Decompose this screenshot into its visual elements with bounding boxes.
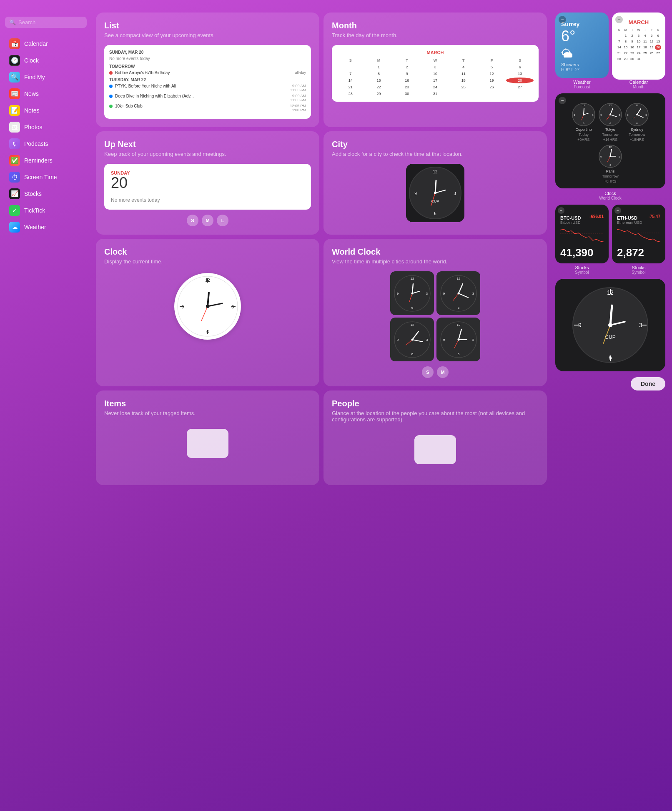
right-cal-day-cell[interactable]: 24 — [636, 50, 642, 56]
cal-day-cell[interactable]: 23 — [393, 84, 421, 90]
cal-day-cell[interactable]: 22 — [365, 84, 393, 90]
sidebar-item-findmy[interactable]: 🔍 Find My — [3, 69, 89, 85]
right-cal-day-cell[interactable]: 4 — [642, 33, 648, 38]
right-cal-day-cell[interactable]: 5 — [649, 33, 655, 38]
right-cal-day-cell[interactable]: 10 — [636, 39, 642, 44]
right-cal-day-cell[interactable]: 27 — [655, 50, 661, 56]
calendar-mini-widget[interactable]: − MARCH SMTWTFS1234567891011121314151617… — [612, 13, 665, 80]
eth-widget[interactable]: − ETH-USD -75.47 Ethereum USD 2,872 — [612, 205, 665, 263]
right-cal-day-cell[interactable]: 18 — [642, 45, 648, 50]
right-cal-day-cell[interactable]: 30 — [629, 56, 635, 62]
cal-day-cell[interactable]: 6 — [506, 64, 534, 70]
cal-day-cell[interactable]: 21 — [337, 84, 364, 90]
cal-day-cell[interactable]: 24 — [421, 84, 449, 90]
sidebar-item-podcasts[interactable]: 🎙 Podcasts — [3, 135, 89, 152]
cal-day-cell[interactable]: 10 — [421, 71, 449, 77]
right-cal-day-cell[interactable]: 23 — [629, 50, 635, 56]
right-cal-day-cell[interactable]: 26 — [649, 50, 655, 56]
right-cal-day-cell[interactable]: 8 — [623, 39, 629, 44]
widget-world-clock[interactable]: World Clock View the time in multiple ci… — [323, 239, 547, 386]
cal-day-cell[interactable]: 19 — [478, 78, 506, 83]
right-cal-day-cell[interactable]: 29 — [623, 56, 629, 62]
btc-widget[interactable]: − BTC-USD -696.01 Bitcoin USD 41,390 — [555, 205, 609, 263]
cal-day-cell[interactable]: 7 — [337, 71, 364, 77]
right-cal-day-cell[interactable]: 6 — [655, 33, 661, 38]
cal-day-cell[interactable]: 26 — [478, 84, 506, 90]
eth-minus-btn[interactable]: − — [614, 207, 621, 214]
wc-right-widget[interactable]: − 12 3 6 9 Cupertino — [555, 93, 665, 188]
search-bar[interactable]: 🔍 Search — [5, 17, 87, 28]
right-cal-day-cell[interactable]: 3 — [636, 33, 642, 38]
sidebar-item-reminders[interactable]: ✅ Reminders — [3, 152, 89, 169]
cal-day-cell[interactable]: 3 — [421, 64, 449, 70]
right-cal-day-cell[interactable]: 19 — [649, 45, 655, 50]
cal-day-cell[interactable]: 2 — [393, 64, 421, 70]
done-button[interactable]: Done — [631, 377, 665, 390]
cal-day-cell[interactable]: 11 — [450, 71, 477, 77]
cal-day-cell[interactable]: 17 — [421, 78, 449, 83]
sidebar-item-notes[interactable]: 📝 Notes — [3, 102, 89, 119]
btc-minus-btn[interactable]: − — [558, 207, 564, 214]
cal-day-cell[interactable]: 25 — [450, 84, 477, 90]
right-cal-day-cell[interactable]: 15 — [623, 45, 629, 50]
widget-list[interactable]: List See a compact view of your upcoming… — [96, 13, 319, 127]
right-cal-day-cell[interactable]: 17 — [636, 45, 642, 50]
right-cal-day-cell[interactable]: 2 — [629, 33, 635, 38]
cal-day-cell[interactable]: 12 — [478, 71, 506, 77]
right-cal-day-cell[interactable]: 1 — [623, 33, 629, 38]
wc-size-m[interactable]: M — [437, 366, 449, 378]
cal-day-cell[interactable]: 18 — [450, 78, 477, 83]
cal-day-cell[interactable]: 27 — [506, 84, 534, 90]
cal-day-cell[interactable]: 31 — [421, 91, 449, 97]
widget-month[interactable]: Month Track the day of the month. MARCH … — [323, 13, 547, 127]
sidebar-item-ticktick[interactable]: ✓ TickTick — [3, 202, 89, 219]
sidebar-item-clock[interactable]: 🕐 Clock — [3, 52, 89, 69]
widget-items[interactable]: Items Never lose track of your tagged it… — [96, 390, 319, 485]
sidebar-item-calendar[interactable]: 📅 Calendar — [3, 35, 89, 52]
right-cal-day-cell[interactable]: 28 — [616, 56, 622, 62]
right-cal-day-cell[interactable]: 22 — [623, 50, 629, 56]
cal-day-cell[interactable]: 9 — [393, 71, 421, 77]
widget-city[interactable]: City Add a clock for a city to check the… — [323, 131, 547, 235]
cal-day-cell[interactable]: 15 — [365, 78, 393, 83]
weather-widget[interactable]: − Surrey 6° 🌥 Showers H:8° L:2° — [555, 13, 609, 78]
widget-up-next[interactable]: Up Next Keep track of your upcoming even… — [96, 131, 319, 235]
sidebar-item-screentime[interactable]: ⏱ Screen Time — [3, 169, 89, 185]
cal-day-cell[interactable]: 8 — [365, 71, 393, 77]
weather-minus-btn[interactable]: − — [559, 16, 566, 23]
cal-day-cell[interactable]: 4 — [450, 64, 477, 70]
right-cal-day-cell[interactable]: 7 — [616, 39, 622, 44]
cal-day-cell[interactable]: 30 — [393, 91, 421, 97]
cal-day-cell[interactable]: 13 — [506, 71, 534, 77]
sidebar-item-stocks[interactable]: 📈 Stocks — [3, 185, 89, 202]
right-cal-day-cell[interactable]: 25 — [642, 50, 648, 56]
right-cal-day-cell[interactable]: 11 — [642, 39, 648, 44]
cal-day-cell[interactable]: 16 — [393, 78, 421, 83]
right-cal-day-cell[interactable]: 31 — [636, 56, 642, 62]
wc-size-s[interactable]: S — [422, 366, 434, 378]
sidebar-item-news[interactable]: 📰 News — [3, 85, 89, 102]
size-btn-l[interactable]: L — [217, 215, 228, 226]
size-btn-s[interactable]: S — [187, 215, 198, 226]
right-cal-day-cell[interactable]: 21 — [616, 50, 622, 56]
big-clock-widget[interactable]: 12 3 6 9 CUP — [555, 279, 665, 371]
right-cal-day-cell[interactable]: 20 — [655, 45, 661, 50]
sidebar-item-photos[interactable]: 🖼 Photos — [3, 119, 89, 135]
cal-day-cell[interactable]: 29 — [365, 91, 393, 97]
cal-day-cell[interactable]: 5 — [478, 64, 506, 70]
size-btn-m[interactable]: M — [202, 215, 213, 226]
cal-day-cell[interactable]: 20 — [506, 78, 534, 83]
right-cal-day-cell[interactable]: 12 — [649, 39, 655, 44]
right-cal-day-cell[interactable]: 13 — [655, 39, 661, 44]
wc-minus-btn[interactable]: − — [559, 97, 566, 104]
cal-day-cell[interactable]: 14 — [337, 78, 364, 83]
widget-people[interactable]: People Glance at the location of the peo… — [323, 390, 547, 485]
sidebar-item-weather[interactable]: ☁ Weather — [3, 219, 89, 235]
cal-mini-minus-btn[interactable]: − — [615, 16, 623, 23]
right-cal-day-cell[interactable]: 9 — [629, 39, 635, 44]
widget-clock[interactable]: Clock Display the current time. 12 3 6 9 — [96, 239, 319, 386]
cal-day-cell[interactable]: 28 — [337, 91, 364, 97]
right-cal-day-cell[interactable]: 16 — [629, 45, 635, 50]
cal-day-cell[interactable]: 1 — [365, 64, 393, 70]
right-cal-day-cell[interactable]: 14 — [616, 45, 622, 50]
